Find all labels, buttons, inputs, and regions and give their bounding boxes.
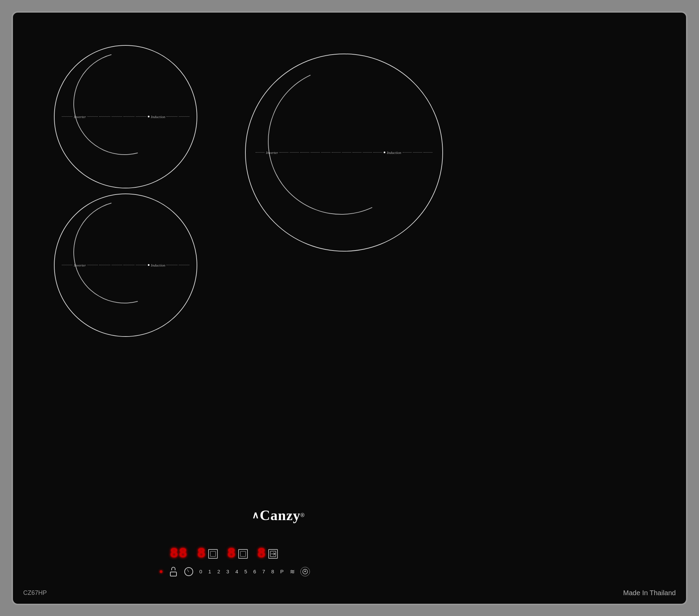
main-display: 88 — [170, 547, 188, 561]
bottom-labels: CZ67HP Made In Thailand — [23, 589, 676, 597]
burner-top-left: Inverter Induction — [54, 45, 197, 188]
control-panel: 88 8 8 8 — [160, 547, 659, 576]
displays-row: 88 8 8 8 — [160, 547, 278, 561]
burner-right-label-inverter: Inverter — [266, 150, 278, 155]
timer-icon — [184, 567, 193, 576]
red-indicator-dot — [160, 570, 162, 573]
level-0-label: 0 — [199, 568, 202, 574]
burner-right-dot — [384, 152, 385, 153]
zone1-icon-inner — [210, 551, 216, 556]
zone3-icon-arrow — [268, 549, 278, 559]
level-6-button[interactable]: 6 — [253, 568, 256, 574]
zone2-icon-inner — [240, 551, 246, 556]
burner-bottom-left-label-induction: Induction — [151, 263, 165, 267]
wave-icon: ≋ — [290, 568, 294, 575]
arc-top-left — [55, 34, 195, 174]
main-display-group: 88 — [170, 547, 188, 561]
level-3-button[interactable]: 3 — [226, 568, 229, 574]
info-icon — [300, 567, 310, 576]
zone1-icon — [208, 549, 218, 559]
arc-bottom-left — [55, 182, 195, 322]
zone1-display: 8 — [197, 547, 206, 561]
level-p-label: P — [280, 568, 283, 574]
timer-button[interactable] — [184, 567, 193, 576]
level-5-label: 5 — [245, 568, 247, 574]
burner-right: Inverter Induction — [245, 54, 443, 251]
zone2-icon — [238, 549, 248, 559]
zone1-display-group: 8 — [197, 547, 218, 561]
level-p-button[interactable]: P — [280, 568, 283, 574]
lock-button[interactable] — [169, 567, 178, 576]
level-1-button[interactable]: 1 — [208, 568, 211, 574]
level-8-label: 8 — [271, 568, 274, 574]
level-3-label: 3 — [226, 568, 229, 574]
level-1-label: 1 — [208, 568, 211, 574]
arc-right — [247, 47, 435, 235]
brand-logo: ∧ Canzy ® — [252, 507, 304, 524]
lock-icon — [169, 567, 178, 576]
zone2-display-group: 8 — [227, 547, 248, 561]
burner-right-label-induction: Induction — [387, 150, 401, 155]
burner-top-left-line: Inverter Induction — [62, 115, 189, 119]
level-2-label: 2 — [217, 568, 220, 574]
burner-bottom-left-dot — [148, 264, 149, 266]
brand-name: Canzy — [260, 507, 300, 524]
controls-row: 0 1 2 3 4 5 6 7 8 — [160, 567, 310, 576]
burner-bottom-left-label-inverter: Inverter — [74, 263, 86, 267]
made-in-label: Made In Thailand — [623, 589, 676, 597]
level-6-label: 6 — [253, 568, 256, 574]
level-8-button[interactable]: 8 — [271, 568, 274, 574]
level-5-button[interactable]: 5 — [245, 568, 247, 574]
level-7-button[interactable]: 7 — [262, 568, 265, 574]
level-4-button[interactable]: 4 — [235, 568, 238, 574]
info-button[interactable] — [300, 567, 310, 576]
cooktop: Inverter Induction Inverter Induction — [12, 11, 687, 605]
level-0-button[interactable]: 0 — [199, 568, 202, 574]
burner-right-line: Inverter Induction — [256, 150, 433, 155]
burner-top-left-label-induction: Induction — [151, 115, 165, 119]
level-4-label: 4 — [235, 568, 238, 574]
burner-bottom-left: Inverter Induction — [54, 194, 197, 337]
level-7-label: 7 — [262, 568, 265, 574]
zone2-display: 8 — [227, 547, 236, 561]
wave-button[interactable]: ≋ — [290, 568, 294, 575]
burner-top-left-dot — [148, 116, 149, 117]
registered-icon: ® — [300, 512, 304, 519]
zone3-display-group: 8 — [258, 547, 278, 561]
burner-top-left-label-inverter: Inverter — [74, 115, 86, 119]
model-number: CZ67HP — [23, 589, 47, 597]
zone3-display: 8 — [258, 547, 266, 561]
logo-caret-icon: ∧ — [252, 511, 259, 520]
burner-bottom-left-line: Inverter Induction — [62, 263, 189, 267]
level-2-button[interactable]: 2 — [217, 568, 220, 574]
